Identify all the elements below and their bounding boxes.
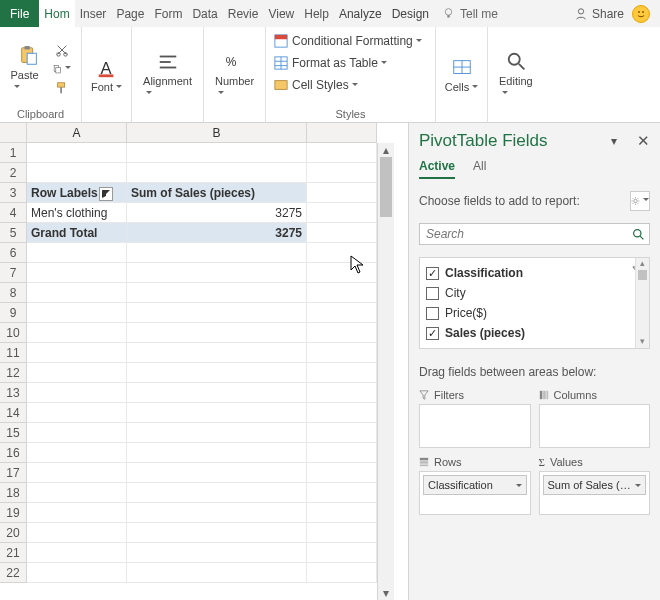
cell[interactable]	[127, 403, 307, 423]
number-button[interactable]: % Number	[217, 51, 253, 99]
cell[interactable]	[27, 263, 127, 283]
pane-tab-all[interactable]: All	[473, 159, 486, 179]
cell[interactable]	[307, 323, 377, 343]
design-tab[interactable]: Design	[387, 0, 434, 27]
cell[interactable]: Men's clothing	[27, 203, 127, 223]
cell[interactable]	[127, 543, 307, 563]
cell[interactable]	[127, 563, 307, 583]
cell[interactable]	[127, 463, 307, 483]
cell[interactable]	[307, 263, 377, 283]
row-header-5[interactable]: 5	[0, 223, 27, 243]
row-header-18[interactable]: 18	[0, 483, 27, 503]
help-tab[interactable]: Help	[299, 0, 334, 27]
cell[interactable]	[127, 163, 307, 183]
cell[interactable]	[307, 463, 377, 483]
cell[interactable]	[307, 443, 377, 463]
cell[interactable]	[127, 283, 307, 303]
cell[interactable]	[307, 183, 377, 203]
cell[interactable]	[27, 443, 127, 463]
copy-button[interactable]	[53, 61, 71, 77]
cell[interactable]	[307, 303, 377, 323]
cell[interactable]	[307, 523, 377, 543]
area-filters[interactable]: Filters	[419, 389, 531, 448]
scroll-thumb[interactable]	[380, 157, 392, 217]
review-tab[interactable]: Revie	[223, 0, 264, 27]
row-header-6[interactable]: 6	[0, 243, 27, 263]
cell[interactable]	[27, 503, 127, 523]
row-header-11[interactable]: 11	[0, 343, 27, 363]
row-header-1[interactable]: 1	[0, 143, 27, 163]
cell[interactable]	[307, 283, 377, 303]
row-header-17[interactable]: 17	[0, 463, 27, 483]
format-painter-button[interactable]	[53, 80, 71, 96]
cell[interactable]	[27, 303, 127, 323]
tell-me[interactable]: Tell me	[434, 7, 506, 21]
row-header-16[interactable]: 16	[0, 443, 27, 463]
cell[interactable]	[27, 343, 127, 363]
cell[interactable]	[127, 243, 307, 263]
cell[interactable]: Row Labels	[27, 183, 127, 203]
analyze-tab[interactable]: Analyze	[334, 0, 387, 27]
pagelayout-tab[interactable]: Page	[111, 0, 149, 27]
cell[interactable]	[307, 403, 377, 423]
cell[interactable]	[307, 483, 377, 503]
checkbox-classification[interactable]	[426, 267, 439, 280]
row-header-7[interactable]: 7	[0, 263, 27, 283]
row-labels-filter-button[interactable]	[99, 187, 113, 201]
font-button[interactable]: A Font	[89, 57, 125, 93]
format-as-table-button[interactable]: Format as Table	[274, 53, 387, 73]
row-header-2[interactable]: 2	[0, 163, 27, 183]
fields-scrollbar[interactable]: ▴ ▾	[635, 258, 649, 348]
cell[interactable]	[27, 243, 127, 263]
alignment-button[interactable]: Alignment	[150, 51, 186, 99]
field-classification[interactable]: Classification	[426, 266, 643, 280]
cell[interactable]	[127, 483, 307, 503]
cut-button[interactable]	[53, 42, 71, 58]
col-header-C[interactable]	[307, 123, 377, 143]
row-header-13[interactable]: 13	[0, 383, 27, 403]
row-header-3[interactable]: 3	[0, 183, 27, 203]
cell[interactable]	[127, 383, 307, 403]
scroll-up-icon[interactable]: ▴	[378, 143, 394, 157]
search-icon[interactable]	[627, 224, 649, 244]
cell[interactable]	[307, 223, 377, 243]
cell[interactable]	[127, 503, 307, 523]
cell[interactable]	[307, 423, 377, 443]
share-button[interactable]: Share	[566, 7, 632, 21]
cell[interactable]	[27, 563, 127, 583]
search-fields[interactable]	[419, 223, 650, 245]
layout-options-button[interactable]	[630, 191, 650, 211]
cell[interactable]	[27, 143, 127, 163]
cell[interactable]	[27, 543, 127, 563]
row-header-14[interactable]: 14	[0, 403, 27, 423]
pane-tab-active[interactable]: Active	[419, 159, 455, 179]
cell[interactable]	[27, 383, 127, 403]
checkbox-price[interactable]	[426, 307, 439, 320]
insert-tab[interactable]: Inser	[75, 0, 112, 27]
cell[interactable]	[307, 543, 377, 563]
cell[interactable]	[27, 323, 127, 343]
pane-options-dropdown[interactable]: ▾	[611, 134, 621, 148]
cell[interactable]	[307, 503, 377, 523]
cell[interactable]	[27, 283, 127, 303]
close-pane-button[interactable]: ✕	[637, 132, 650, 150]
cell[interactable]	[127, 423, 307, 443]
row-header-19[interactable]: 19	[0, 503, 27, 523]
scroll-down-icon[interactable]: ▾	[378, 586, 394, 600]
row-header-15[interactable]: 15	[0, 423, 27, 443]
cell[interactable]	[127, 443, 307, 463]
value-chip-sum-sales[interactable]: Sum of Sales (…	[543, 475, 647, 495]
cell[interactable]	[27, 403, 127, 423]
cell[interactable]	[127, 263, 307, 283]
formulas-tab[interactable]: Form	[149, 0, 187, 27]
cell[interactable]: Sum of Sales (pieces)	[127, 183, 307, 203]
cell[interactable]: Grand Total	[27, 223, 127, 243]
data-tab[interactable]: Data	[187, 0, 222, 27]
cell[interactable]	[127, 303, 307, 323]
cell[interactable]	[307, 243, 377, 263]
vertical-scrollbar[interactable]: ▴ ▾	[377, 143, 394, 600]
cell[interactable]	[27, 523, 127, 543]
row-header-10[interactable]: 10	[0, 323, 27, 343]
area-values[interactable]: ΣValues Sum of Sales (…	[539, 456, 651, 515]
field-sales[interactable]: Sales (pieces)	[426, 326, 643, 340]
